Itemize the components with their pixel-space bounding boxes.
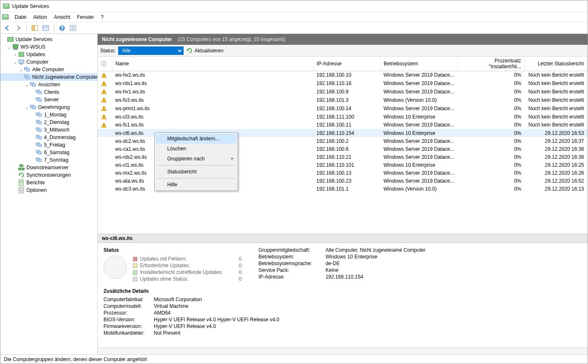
horizontal-scrollbar[interactable] <box>98 348 588 354</box>
label-mobile: Mobilfunkanbieter: <box>104 330 150 336</box>
cell-os: Windows (Version 10.0) <box>380 185 458 193</box>
menu-datei[interactable]: Datei <box>11 14 30 20</box>
tree-servernode[interactable]: Server <box>0 96 97 103</box>
tree-day-3[interactable]: 4_Donnerstag <box>0 134 97 141</box>
column-header[interactable]: Betriebssystem <box>380 57 458 71</box>
cell-os: Windows Server 2019 Datace... <box>380 104 458 113</box>
svg-rect-35 <box>38 121 41 124</box>
tree-options[interactable]: Optionen <box>0 186 97 194</box>
tree-day-2[interactable]: 3_Mittwoch <box>0 126 97 134</box>
detail-panel: Status Updates mit Fehlern:0Erforderlich… <box>98 243 588 348</box>
column-header[interactable]: IP-Adresse <box>313 57 380 71</box>
tree-day-5[interactable]: 6_Samstag <box>0 149 97 156</box>
tree-allcomputers[interactable]: ⌄Alle Computer <box>0 66 97 73</box>
menu-aktion[interactable]: Aktion <box>30 14 50 20</box>
column-header[interactable]: Letzter Statusbericht <box>525 57 588 71</box>
table-row[interactable]: ws-rds1.ws.its192.168.110.16Windows Serv… <box>98 79 588 88</box>
tree-updates[interactable]: ›Updates <box>0 51 97 58</box>
cell-ip: 192.168.110.21 <box>313 153 380 161</box>
cell-last: 29.12.2020 16:52 <box>525 177 588 185</box>
menu-fenster[interactable]: Fenster <box>74 14 98 20</box>
svg-rect-17 <box>19 52 24 57</box>
svg-rect-65 <box>104 101 104 101</box>
tree-clients[interactable]: Clients <box>0 88 97 96</box>
cell-name: ws-hv1.ws.its <box>112 88 313 96</box>
forward-button[interactable] <box>14 23 23 33</box>
cell-last: 29.12.2020 16:37 <box>525 137 588 145</box>
column-header[interactable]: Name <box>112 57 313 71</box>
cell-last: 29.12.2020 16:36 <box>525 145 588 153</box>
cell-ip: 192.168.110.154 <box>313 129 380 137</box>
tree-views[interactable]: ⌄Ansichten <box>0 81 97 88</box>
svg-rect-47 <box>18 168 21 170</box>
cell-os: Windows Server 2019 Datace... <box>380 121 458 129</box>
svg-rect-66 <box>104 107 104 109</box>
legend-item: Updates ohne Status:0 <box>133 276 242 282</box>
table-row[interactable]: ws-fs3.ws.its192.168.101.3Windows (Versi… <box>98 96 588 104</box>
value-sp: Keine <box>326 267 426 273</box>
warning-icon <box>101 122 107 128</box>
properties-button[interactable] <box>68 23 78 33</box>
svg-rect-1 <box>4 5 8 5</box>
computer-grid[interactable]: iNameIP-AdresseBetriebssystemProzentsatz… <box>98 57 588 234</box>
table-row[interactable]: ws-cl3.ws.its192.168.111.100Windows 10 E… <box>98 113 588 121</box>
cell-os: Windows Server 2019 Datace... <box>380 88 458 96</box>
tree-day-1[interactable]: 2_Dienstag <box>0 119 97 126</box>
cell-ip: 192.168.111.100 <box>313 113 380 121</box>
ctx-help[interactable]: Hilfe <box>155 180 237 190</box>
svg-rect-70 <box>104 124 104 126</box>
table-row[interactable]: ws-fs1.ws.its192.168.100.11Windows Serve… <box>98 121 588 129</box>
tree-server[interactable]: ⌄WS-WSUS <box>0 43 97 51</box>
context-menu: Mitgliedschaft ändern... Löschen Gruppie… <box>154 132 238 191</box>
show-tree-button[interactable] <box>30 23 39 33</box>
tree-approval[interactable]: ⌄Genehmigung <box>0 103 97 111</box>
table-row[interactable]: ws-hv1.ws.its192.168.100.9Windows Server… <box>98 88 588 96</box>
svg-rect-14 <box>8 37 13 41</box>
tree-day-4[interactable]: 5_Freitag <box>0 141 97 149</box>
cell-os: Windows (Version 10.0) <box>380 96 458 104</box>
cell-pct: 0% <box>458 145 525 153</box>
table-row[interactable]: ws-hv2.ws.its192.168.100.10Windows Serve… <box>98 71 588 80</box>
cell-ip: 192.168.100.13 <box>313 169 380 177</box>
ctx-change-membership[interactable]: Mitgliedschaft ändern... <box>155 134 237 144</box>
ctx-status-report[interactable]: Statusbericht <box>155 167 237 177</box>
warning-icon <box>101 72 107 78</box>
menu-help[interactable]: ? <box>97 14 107 20</box>
tree-panel[interactable]: Update Services ⌄WS-WSUS ›Updates ⌄Compu… <box>0 34 98 354</box>
column-header[interactable]: i <box>98 57 112 71</box>
svg-rect-6 <box>43 26 49 31</box>
ctx-delete[interactable]: Löschen <box>155 144 237 154</box>
refresh-icon <box>186 47 193 54</box>
cell-os: Windows Server 2019 Datace... <box>380 79 458 88</box>
tree-unassigned[interactable]: Nicht zugewiesene Computer <box>0 73 97 81</box>
ctx-group-by[interactable]: Gruppieren nach <box>155 154 237 164</box>
cell-name: ws-rds1.ws.its <box>112 79 313 88</box>
status-dropdown[interactable]: Alle <box>118 46 184 55</box>
refresh-button[interactable]: Aktualisieren <box>186 47 223 54</box>
help-button[interactable]: ? <box>57 23 67 33</box>
label-fw: Firmwareversion: <box>104 323 150 329</box>
back-button[interactable] <box>3 23 12 33</box>
table-row[interactable]: ws-print1.ws.its192.168.100.14Windows Se… <box>98 104 588 113</box>
column-header[interactable]: Prozentsatz "Installiert/Ni... <box>458 57 525 71</box>
status-pie-icon <box>104 256 127 279</box>
cell-last: Noch kein Bericht erstellt <box>525 71 588 80</box>
tree-sync[interactable]: Synchronisierungen <box>0 171 97 179</box>
cell-ip: 192.168.110.16 <box>313 79 380 88</box>
tree-computer[interactable]: ⌄Computer <box>0 58 97 66</box>
tree-day-6[interactable]: 7_Sonntag <box>0 156 97 164</box>
svg-rect-39 <box>38 137 41 139</box>
tree-downstream[interactable]: Downstreamserver <box>0 164 97 171</box>
tree-reports[interactable]: Berichte <box>0 179 97 186</box>
svg-rect-18 <box>19 60 24 63</box>
menu-ansicht[interactable]: Ansicht <box>50 14 73 20</box>
tree-day-0[interactable]: 1_Montag <box>0 111 97 119</box>
tree-root[interactable]: Update Services <box>0 36 97 43</box>
view-button[interactable] <box>41 23 50 33</box>
cell-pct: 0% <box>458 169 525 177</box>
svg-rect-29 <box>38 99 41 101</box>
cell-last: Noch kein Bericht erstellt <box>525 79 588 88</box>
cell-name: ws-cl3.ws.its <box>112 113 313 121</box>
detail-header: ws-cl6.ws.its <box>98 234 588 243</box>
svg-rect-19 <box>20 64 23 65</box>
